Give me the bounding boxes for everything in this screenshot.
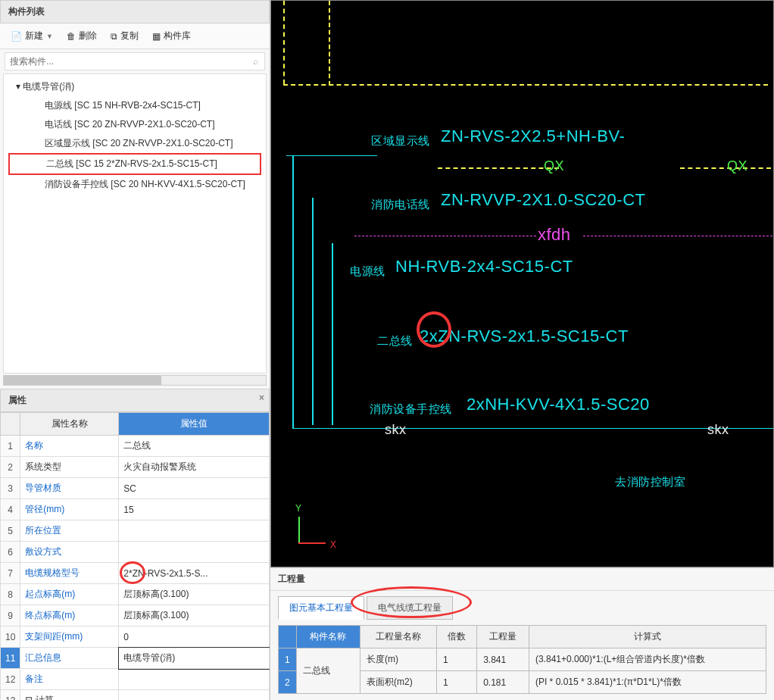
qty-value: 0.181 bbox=[477, 671, 529, 694]
prop-name[interactable]: 支架间距(mm) bbox=[25, 631, 83, 642]
cad-label: 区域显示线 bbox=[371, 134, 430, 148]
cad-line bbox=[583, 236, 772, 236]
qty-name: 表面积(m2) bbox=[360, 671, 437, 694]
prop-value[interactable]: 电缆导管(消) bbox=[119, 648, 270, 669]
delete-button[interactable]: 🗑删除 bbox=[62, 28, 101, 44]
prop-value[interactable]: 二总线 bbox=[119, 436, 270, 457]
quantity-pane: 工程量 图元基本工程量 电气线缆工程量 构件名称 工程量名称 倍数 工程量 计算… bbox=[270, 567, 774, 700]
cad-value: NH-RVB-2x4-SC15-CT bbox=[395, 257, 573, 277]
close-icon[interactable]: × bbox=[259, 392, 264, 403]
prop-value[interactable]: 火灾自动报警系统 bbox=[119, 457, 270, 478]
prop-name[interactable]: 电缆规格型号 bbox=[25, 567, 80, 578]
component-tree[interactable]: ▾ 电缆导管(消) 电源线 [SC 15 NH-RVB-2x4-SC15-CT]… bbox=[3, 73, 267, 373]
cad-label-qx: QX bbox=[544, 158, 564, 174]
prop-name[interactable]: 终点标高(m) bbox=[25, 610, 75, 620]
qty-h-component: 构件名称 bbox=[296, 626, 360, 648]
quantity-title: 工程量 bbox=[270, 568, 774, 591]
cad-value: ZN-RVS-2X2.5+NH-BV- bbox=[441, 127, 625, 146]
cad-value: 2xNH-KVV-4X1.5-SC20 bbox=[467, 395, 650, 414]
prop-name[interactable]: 所在位置 bbox=[25, 525, 61, 536]
qty-component-name: 二总线 bbox=[296, 648, 360, 694]
tree-item[interactable]: 电话线 [SC 20 ZN-RVVP-2X1.0-SC20-CT] bbox=[4, 115, 266, 134]
prop-value[interactable]: SC bbox=[119, 478, 270, 499]
cad-label: 二总线 bbox=[377, 334, 413, 348]
prop-group[interactable]: ⊟ 计算 bbox=[20, 690, 119, 701]
qty-value: 3.841 bbox=[477, 648, 529, 671]
prop-name[interactable]: 汇总信息 bbox=[25, 652, 61, 663]
cad-label: 消防电话线 bbox=[371, 198, 430, 212]
copy-button[interactable]: ⧉复制 bbox=[106, 28, 143, 44]
cad-line bbox=[354, 236, 536, 236]
qty-h-factor: 倍数 bbox=[436, 626, 476, 648]
library-icon: ▦ bbox=[152, 31, 161, 42]
cad-line bbox=[329, 1, 330, 86]
qty-h-name: 工程量名称 bbox=[360, 626, 437, 648]
tab-basic-qty[interactable]: 图元基本工程量 bbox=[278, 596, 364, 620]
cad-line bbox=[680, 167, 771, 169]
tab-cable-qty[interactable]: 电气线缆工程量 bbox=[367, 596, 453, 620]
quantity-table: 构件名称 工程量名称 倍数 工程量 计算式 1 二总线 长度(m) 1 3.84… bbox=[278, 625, 766, 694]
qty-factor: 1 bbox=[436, 671, 476, 694]
tree-item[interactable]: 电源线 [SC 15 NH-RVB-2x4-SC15-CT] bbox=[4, 96, 266, 115]
prop-name[interactable]: 导管材质 bbox=[25, 483, 61, 493]
prop-name[interactable]: 名称 bbox=[25, 440, 43, 451]
chevron-down-icon: ▼ bbox=[46, 33, 53, 40]
prop-value[interactable]: 0 bbox=[119, 627, 270, 648]
search-row: ⌕ bbox=[5, 52, 265, 70]
cad-line bbox=[286, 155, 377, 156]
cad-value: ZN-RVVP-2X1.0-SC20-CT bbox=[441, 190, 646, 210]
cad-label-skx: skx bbox=[707, 422, 729, 438]
library-button[interactable]: ▦构件库 bbox=[148, 28, 195, 44]
cad-note: 去消防控制室 bbox=[615, 475, 685, 489]
tree-item[interactable]: 消防设备手控线 [SC 20 NH-KVV-4X1.5-SC20-CT] bbox=[4, 175, 266, 194]
qty-row-idx: 1 bbox=[279, 648, 297, 671]
prop-name[interactable]: 敷设方式 bbox=[25, 546, 61, 557]
prop-value[interactable] bbox=[119, 669, 270, 690]
prop-value[interactable]: 层顶标高(3.100) bbox=[119, 605, 270, 627]
properties-title: 属性 bbox=[8, 395, 27, 405]
new-button[interactable]: 📄新建 ▼ bbox=[6, 28, 58, 44]
qty-h-blank bbox=[279, 626, 297, 648]
prop-value-header: 属性值 bbox=[119, 413, 270, 436]
cad-label-xfdh: xfdh bbox=[538, 225, 571, 245]
prop-name: 系统类型 bbox=[20, 457, 119, 478]
cad-line bbox=[292, 155, 294, 428]
cad-line bbox=[283, 84, 768, 86]
prop-name[interactable]: 管径(mm) bbox=[25, 504, 64, 514]
new-icon: 📄 bbox=[11, 31, 22, 42]
copy-icon: ⧉ bbox=[111, 31, 117, 42]
qty-h-qty: 工程量 bbox=[477, 626, 529, 648]
prop-name[interactable]: 备注 bbox=[25, 673, 43, 684]
component-list-title: 构件列表 bbox=[8, 6, 45, 17]
prop-name[interactable]: 起点标高(m) bbox=[25, 589, 75, 599]
prop-value[interactable]: 层顶标高(3.100) bbox=[119, 584, 270, 605]
cad-value: 2xZN-RVS-2x1.5-SC15-CT bbox=[420, 327, 629, 346]
cad-line bbox=[332, 243, 333, 425]
component-list-header: 构件列表 bbox=[0, 0, 270, 23]
cad-viewport[interactable]: 区域显示线 ZN-RVS-2X2.5+NH-BV- QX QX 消防电话线 ZN… bbox=[270, 0, 774, 567]
tree-item[interactable]: 区域显示线 [SC 20 ZN-RVVP-2X1.0-SC20-CT] bbox=[4, 134, 266, 153]
search-icon[interactable]: ⌕ bbox=[247, 56, 264, 67]
prop-value[interactable] bbox=[119, 542, 270, 563]
qty-formula: (3.841+0.000)*1:(L+组合管道内长度)*倍数 bbox=[529, 648, 766, 671]
prop-value[interactable]: 2*ZN-RVS-2x1.5-S... bbox=[119, 563, 270, 584]
search-input[interactable] bbox=[5, 53, 247, 70]
cad-line bbox=[283, 1, 285, 84]
prop-value[interactable]: 15 bbox=[119, 499, 270, 520]
trash-icon: 🗑 bbox=[67, 31, 76, 42]
prop-value[interactable] bbox=[119, 520, 270, 542]
cad-label-qx: QX bbox=[727, 158, 747, 174]
cad-label: 电源线 bbox=[350, 264, 385, 279]
tree-root[interactable]: ▾ 电缆导管(消) bbox=[4, 77, 266, 96]
qty-row-idx: 2 bbox=[279, 671, 297, 694]
qty-h-formula: 计算式 bbox=[529, 626, 766, 648]
cad-line bbox=[312, 198, 314, 425]
horizontal-scrollbar[interactable] bbox=[3, 375, 267, 386]
properties-header: 属性 × bbox=[0, 389, 270, 412]
prop-value bbox=[119, 690, 270, 701]
prop-idx-header bbox=[1, 413, 20, 436]
cad-line bbox=[292, 428, 774, 429]
cad-label-skx: skx bbox=[385, 422, 407, 438]
tree-item-selected[interactable]: 二总线 [SC 15 2*ZN-RVS-2x1.5-SC15-CT] bbox=[8, 153, 261, 175]
component-toolbar: 📄新建 ▼ 🗑删除 ⧉复制 ▦构件库 bbox=[0, 23, 270, 49]
